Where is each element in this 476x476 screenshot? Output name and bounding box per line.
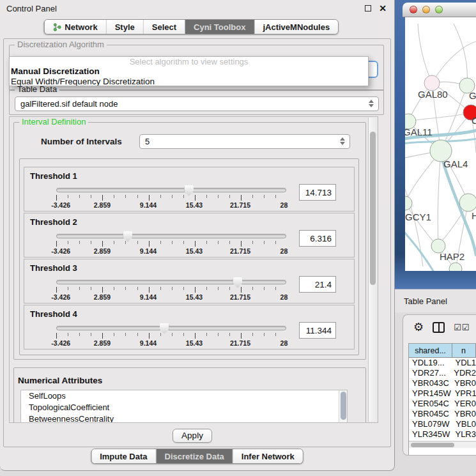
- list-item-topologicalcoefficient[interactable]: TopologicalCoefficient: [21, 402, 347, 413]
- scrollbar-thumb[interactable]: [341, 392, 346, 420]
- scale-label: -3.426: [51, 247, 70, 255]
- table-row[interactable]: YBR045CYBR0: [409, 409, 476, 419]
- table-data-combobox[interactable]: galFiltered.sif default node: [15, 96, 379, 111]
- slider-scale: -3.426 2.859 9.144 15.43 21.715 28: [56, 339, 286, 348]
- scale-label: -3.426: [51, 339, 70, 347]
- slider-track[interactable]: [56, 188, 286, 192]
- slider-scale: -3.426 2.859 9.144 15.43 21.715 28: [56, 293, 286, 302]
- tab-discretize-data-label: Discretize Data: [165, 452, 224, 461]
- scale-label: 9.144: [140, 247, 157, 255]
- control-panel-tabbar: Network Style Select Cyni Toolbox jActiv…: [43, 19, 339, 35]
- algorithm-option-manual[interactable]: Manual Discretization: [10, 66, 368, 77]
- tab-cyni-toolbox[interactable]: Cyni Toolbox: [185, 20, 254, 34]
- threshold-4-panel: Threshold 4 -3.426 2.859 9.144 15.43 21.…: [24, 305, 355, 349]
- close-icon: ✕: [379, 5, 387, 12]
- node-label-gcy1: GCY1: [405, 211, 431, 222]
- threshold-1-value-field[interactable]: [299, 184, 336, 201]
- discretization-algorithm-group-title: Discretization Algorithm: [15, 40, 107, 49]
- table-row[interactable]: YER054CYER0: [409, 399, 476, 409]
- control-panel-titlebar: Control Panel ✕: [0, 0, 394, 17]
- node-label-partial-c: C: [472, 115, 476, 126]
- algorithm-option-equal-width[interactable]: Equal Width/Frequency Discretization: [10, 77, 368, 86]
- table-row[interactable]: YLR345WYLR3: [409, 429, 476, 440]
- slider-track[interactable]: [56, 326, 286, 330]
- cell: YBR0: [450, 409, 476, 419]
- threshold-3-slider[interactable]: -3.426 2.859 9.144 15.43 21.715 28: [56, 280, 286, 302]
- scale-label: 28: [280, 293, 288, 301]
- number-of-intervals-value: 5: [145, 137, 150, 146]
- close-traffic-light-icon[interactable]: [410, 6, 417, 13]
- gear-icon[interactable]: ⚙: [413, 321, 424, 333]
- cell: YLR3: [451, 429, 476, 440]
- threshold-2-slider[interactable]: -3.426 2.859 9.144 15.43 21.715 28: [56, 234, 286, 256]
- threshold-3-value-field[interactable]: [299, 276, 336, 293]
- cell: YER0: [450, 399, 476, 409]
- table-data-combobox-value: galFiltered.sif default node: [20, 99, 118, 109]
- table-panel-title: Table Panel: [404, 296, 447, 306]
- threshold-4-value-field[interactable]: [299, 322, 336, 339]
- cell: YPR1: [451, 388, 476, 399]
- scrollbar-thumb[interactable]: [370, 132, 376, 285]
- threshold-4-label: Threshold 4: [30, 309, 77, 319]
- tab-style[interactable]: Style: [107, 20, 144, 34]
- table-row[interactable]: YDL19...YDL1: [409, 358, 476, 368]
- table-panel-toolbar: ⚙ ☑☑: [403, 315, 476, 339]
- tab-jactivemnodules-label: jActiveMNodules: [263, 22, 330, 32]
- scale-label: 28: [280, 247, 288, 255]
- tab-network[interactable]: Network: [44, 20, 106, 34]
- table-horizontal-scrollbar[interactable]: [409, 441, 476, 448]
- tab-impute-data[interactable]: Impute Data: [91, 449, 156, 463]
- threshold-1-label: Threshold 1: [30, 171, 77, 181]
- tab-jactivemnodules[interactable]: jActiveMNodules: [254, 20, 338, 34]
- apply-button[interactable]: Apply: [173, 429, 212, 443]
- algorithm-dropdown-popup: Select algorithm to view settings Manual…: [9, 56, 369, 86]
- network-window-titlebar[interactable]: [403, 3, 476, 17]
- tab-select[interactable]: Select: [144, 20, 185, 34]
- zoom-traffic-light-icon[interactable]: [435, 6, 443, 13]
- scale-label: 21.715: [230, 293, 250, 301]
- scale-label: 2.859: [94, 293, 111, 301]
- list-item-betweennesscentrality[interactable]: BetweennessCentrality: [21, 413, 347, 423]
- table-row[interactable]: YDR27...YDR2: [409, 368, 476, 378]
- threshold-4-slider[interactable]: -3.426 2.859 9.144 15.43 21.715 28: [56, 326, 286, 348]
- slider-ticks: [56, 333, 286, 339]
- column-header-shared[interactable]: shared...: [409, 344, 452, 358]
- scale-label: 15.43: [186, 201, 203, 209]
- select-columns-icon[interactable]: ☑☑: [454, 323, 470, 332]
- slider-track[interactable]: [56, 234, 286, 238]
- node-label-gal4: GAL4: [443, 158, 468, 169]
- scale-label: 15.43: [186, 247, 203, 255]
- list-item-selfloops[interactable]: SelfLoops: [21, 390, 347, 402]
- table-row[interactable]: YPR145WYPR1: [409, 388, 476, 399]
- table-row[interactable]: YBL079WYBL0: [409, 419, 476, 429]
- threshold-2-label: Threshold 2: [30, 217, 77, 227]
- close-window-button[interactable]: ✕: [378, 3, 388, 13]
- minimize-traffic-light-icon[interactable]: [422, 6, 430, 13]
- tab-discretize-data[interactable]: Discretize Data: [157, 449, 233, 463]
- scale-label: 21.715: [230, 247, 250, 255]
- node-partial-h[interactable]: [459, 194, 476, 211]
- node-attribute-table: shared... n YDL19...YDL1 YDR27...YDR2 YB…: [408, 343, 476, 455]
- threshold-2-value-field[interactable]: [299, 230, 336, 247]
- settings-vertical-scrollbar[interactable]: [368, 118, 377, 422]
- scale-label: -3.426: [51, 293, 70, 301]
- scale-label: 15.43: [186, 293, 203, 301]
- scrollbar-thumb[interactable]: [411, 443, 454, 447]
- number-of-intervals-label: Number of Intervals: [41, 137, 122, 146]
- tab-impute-data-label: Impute Data: [100, 452, 147, 461]
- column-header-name[interactable]: n: [452, 344, 476, 358]
- slider-scale: -3.426 2.859 9.144 15.43 21.715 28: [56, 201, 286, 210]
- column-layout-icon[interactable]: [433, 322, 445, 333]
- network-canvas[interactable]: GAL80 G C GAL11 GAL4 GCY1 H HAP2: [405, 17, 476, 271]
- slider-scale: -3.426 2.859 9.144 15.43 21.715 28: [56, 247, 286, 256]
- threshold-1-slider[interactable]: -3.426 2.859 9.144 15.43 21.715 28: [56, 188, 286, 210]
- tab-select-label: Select: [152, 22, 176, 32]
- table-row[interactable]: YBR043CYBR0: [409, 378, 476, 388]
- float-window-button[interactable]: [363, 3, 373, 13]
- slider-track[interactable]: [56, 280, 286, 284]
- number-of-intervals-combobox[interactable]: 5: [139, 134, 350, 149]
- numerical-attributes-label: Numerical Attributes: [18, 376, 102, 385]
- tab-infer-network[interactable]: Infer Network: [233, 449, 303, 463]
- scale-label: 2.859: [94, 339, 111, 347]
- attributes-list-scrollbar[interactable]: [339, 390, 347, 422]
